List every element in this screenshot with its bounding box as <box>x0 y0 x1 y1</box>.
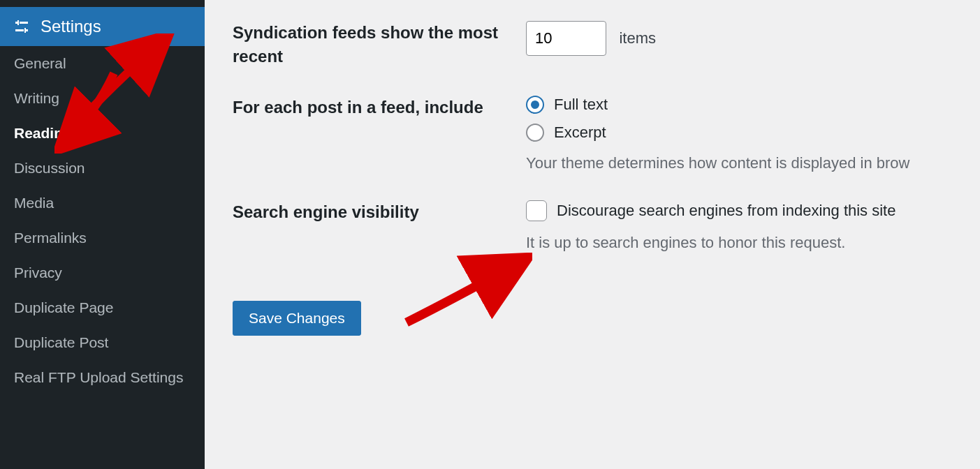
search-visibility-checkbox-label: Discourage search engines from indexing … <box>557 202 895 220</box>
sidebar-item-duplicate-post[interactable]: Duplicate Post <box>0 325 205 360</box>
sidebar-item-real-ftp-upload-settings[interactable]: Real FTP Upload Settings <box>0 360 205 395</box>
sidebar-header-label: Settings <box>41 17 101 36</box>
sidebar-item-duplicate-page[interactable]: Duplicate Page <box>0 290 205 325</box>
svg-rect-4 <box>17 20 19 25</box>
sidebar-item-discussion[interactable]: Discussion <box>0 151 205 186</box>
setting-label: Search engine visibility <box>233 200 526 224</box>
sidebar-item-reading[interactable]: Reading <box>0 116 205 151</box>
sidebar-header-settings[interactable]: Settings <box>0 7 205 46</box>
feed-include-description: Your theme determines how content is dis… <box>526 154 980 172</box>
sidebar-item-privacy[interactable]: Privacy <box>0 255 205 290</box>
setting-label: For each post in a feed, include <box>233 96 526 119</box>
settings-sliders-icon <box>13 17 31 36</box>
radio-label: Excerpt <box>554 124 606 142</box>
setting-syndication-feeds: Syndication feeds show the most recent i… <box>233 21 980 68</box>
feed-option-full-text[interactable]: Full text <box>526 96 980 114</box>
radio-label: Full text <box>554 96 608 114</box>
radio-icon[interactable] <box>526 124 544 142</box>
settings-content: Syndication feeds show the most recent i… <box>205 0 980 469</box>
search-visibility-description: It is up to search engines to honor this… <box>526 234 980 252</box>
sidebar-item-writing[interactable]: Writing <box>0 81 205 116</box>
svg-rect-1 <box>20 22 28 24</box>
search-visibility-checkbox-row[interactable]: Discourage search engines from indexing … <box>526 200 980 221</box>
admin-sidebar: Settings GeneralWritingReadingDiscussion… <box>0 0 205 469</box>
setting-search-visibility: Search engine visibility Discourage sear… <box>233 200 980 252</box>
feed-option-excerpt[interactable]: Excerpt <box>526 124 980 142</box>
syndication-unit: items <box>619 29 656 47</box>
sidebar-item-media[interactable]: Media <box>0 186 205 221</box>
sidebar-item-permalinks[interactable]: Permalinks <box>0 221 205 255</box>
radio-icon[interactable] <box>526 96 544 114</box>
svg-rect-2 <box>15 29 24 31</box>
svg-rect-5 <box>24 28 26 33</box>
syndication-count-input[interactable] <box>526 21 606 56</box>
sidebar-item-general[interactable]: General <box>0 46 205 81</box>
setting-label: Syndication feeds show the most recent <box>233 21 526 68</box>
save-changes-button[interactable]: Save Changes <box>233 301 361 336</box>
setting-feed-include: For each post in a feed, include Full te… <box>233 96 980 172</box>
search-visibility-checkbox[interactable] <box>526 200 547 221</box>
